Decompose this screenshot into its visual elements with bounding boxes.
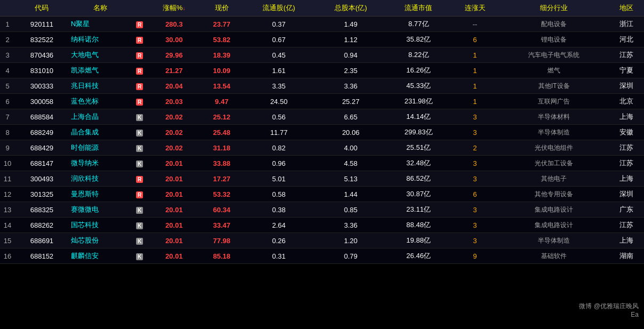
cell-mktcap: 26.46亿: [387, 248, 450, 264]
cell-mktcap: 299.83亿: [387, 125, 450, 140]
cell-float-shares: 0.45: [243, 47, 315, 63]
cell-region: 江苏: [608, 218, 644, 233]
cell-region: 上海: [608, 109, 644, 125]
cell-streak: 6: [450, 187, 499, 202]
cell-streak: 3: [450, 125, 499, 140]
cell-change: 20.04: [148, 78, 201, 94]
stock-table: 代码 名称 涨幅%↓ 现价 流通股(亿) 总股本(亿) 流通市值 连涨天 细分行…: [0, 0, 644, 264]
cell-code: 300493: [15, 171, 69, 187]
cell-index: 10: [0, 156, 15, 171]
cell-total-shares: 5.13: [315, 171, 387, 187]
cell-name: 灿芯股份: [69, 233, 132, 248]
cell-code: 300058: [15, 94, 69, 109]
cell-sector: 半导体制造: [499, 125, 608, 140]
cell-sector: 配电设备: [499, 17, 608, 32]
cell-badge: K: [132, 156, 148, 171]
cell-index: 11: [0, 171, 15, 187]
table-header: 代码 名称 涨幅%↓ 现价 流通股(亿) 总股本(亿) 流通市值 连涨天 细分行…: [0, 0, 644, 17]
cell-price: 10.09: [201, 63, 243, 78]
cell-code: 920111: [15, 17, 69, 32]
cell-code: 688147: [15, 156, 69, 171]
cell-badge: K: [132, 109, 148, 125]
cell-badge: K: [132, 248, 148, 264]
cell-streak: 3: [450, 109, 499, 125]
cell-mktcap: 19.88亿: [387, 233, 450, 248]
table-row: 12 301325 曼恩斯特 R 20.01 53.32 0.58 1.44 3…: [0, 187, 644, 202]
cell-index: 6: [0, 94, 15, 109]
cell-price: 9.47: [201, 94, 243, 109]
cell-total-shares: 25.27: [315, 94, 387, 109]
cell-streak: 3: [450, 156, 499, 171]
badge-r: R: [136, 52, 143, 59]
cell-name: 凯添燃气: [69, 63, 132, 78]
cell-streak: --: [450, 17, 499, 32]
cell-sector: 燃气: [499, 63, 608, 78]
table-row: 16 688152 麒麟信安 K 20.01 85.18 0.31 0.79 2…: [0, 248, 644, 264]
cell-streak: 1: [450, 47, 499, 63]
cell-name: 赛微微电: [69, 202, 132, 218]
cell-badge: K: [132, 233, 148, 248]
cell-region: 浙江: [608, 17, 644, 32]
cell-float-shares: 0.37: [243, 17, 315, 32]
header-region: 地区: [608, 0, 644, 17]
cell-streak: 1: [450, 63, 499, 78]
cell-float-shares: 0.96: [243, 156, 315, 171]
cell-index: 14: [0, 218, 15, 233]
cell-mktcap: 88.48亿: [387, 218, 450, 233]
cell-price: 17.27: [201, 171, 243, 187]
cell-streak: 9: [450, 248, 499, 264]
cell-code: 870436: [15, 47, 69, 63]
cell-mktcap: 25.51亿: [387, 140, 450, 156]
cell-badge: R: [132, 63, 148, 78]
cell-price: 23.77: [201, 17, 243, 32]
cell-change: 21.27: [148, 63, 201, 78]
cell-sector: 集成电路设计: [499, 218, 608, 233]
cell-total-shares: 1.12: [315, 32, 387, 47]
cell-name: 晶合集成: [69, 125, 132, 140]
cell-change: 30.00: [148, 32, 201, 47]
cell-region: 广东: [608, 202, 644, 218]
header-change: 涨幅%↓: [148, 0, 201, 17]
cell-badge: R: [132, 17, 148, 32]
cell-float-shares: 11.77: [243, 125, 315, 140]
table-row: 14 688262 国芯科技 K 20.01 33.47 2.64 3.36 8…: [0, 218, 644, 233]
cell-badge: K: [132, 125, 148, 140]
cell-float-shares: 0.38: [243, 202, 315, 218]
cell-mktcap: 23.11亿: [387, 202, 450, 218]
cell-sector: 半导体材料: [499, 109, 608, 125]
badge-r: R: [136, 83, 143, 90]
cell-float-shares: 0.67: [243, 32, 315, 47]
cell-change: 20.01: [148, 233, 201, 248]
cell-mktcap: 8.22亿: [387, 47, 450, 63]
cell-streak: 1: [450, 94, 499, 109]
cell-total-shares: 20.06: [315, 125, 387, 140]
cell-region: 上海: [608, 233, 644, 248]
cell-region: 河北: [608, 32, 644, 47]
cell-float-shares: 0.26: [243, 233, 315, 248]
cell-mktcap: 8.77亿: [387, 17, 450, 32]
cell-total-shares: 3.36: [315, 78, 387, 94]
table-row: 9 688429 时创能源 K 20.02 31.18 0.82 4.00 25…: [0, 140, 644, 156]
cell-name: 时创能源: [69, 140, 132, 156]
cell-region: 湖南: [608, 248, 644, 264]
cell-sector: 基础软件: [499, 248, 608, 264]
cell-streak: 3: [450, 218, 499, 233]
badge-r: R: [136, 176, 143, 183]
cell-code: 688325: [15, 202, 69, 218]
cell-region: 江苏: [608, 47, 644, 63]
cell-sector: 光伏电池组件: [499, 140, 608, 156]
cell-price: 25.12: [201, 109, 243, 125]
cell-region: 安徽: [608, 125, 644, 140]
cell-name: 国芯科技: [69, 218, 132, 233]
table-row: 7 688584 上海合晶 K 20.02 25.12 0.56 6.65 14…: [0, 109, 644, 125]
cell-float-shares: 5.01: [243, 171, 315, 187]
cell-price: 85.18: [201, 248, 243, 264]
cell-badge: R: [132, 78, 148, 94]
cell-index: 4: [0, 63, 15, 78]
badge-r: R: [136, 99, 143, 106]
cell-region: 江苏: [608, 156, 644, 171]
cell-badge: R: [132, 94, 148, 109]
cell-region: 宁夏: [608, 63, 644, 78]
cell-change: 20.01: [148, 156, 201, 171]
badge-k: K: [136, 161, 143, 167]
